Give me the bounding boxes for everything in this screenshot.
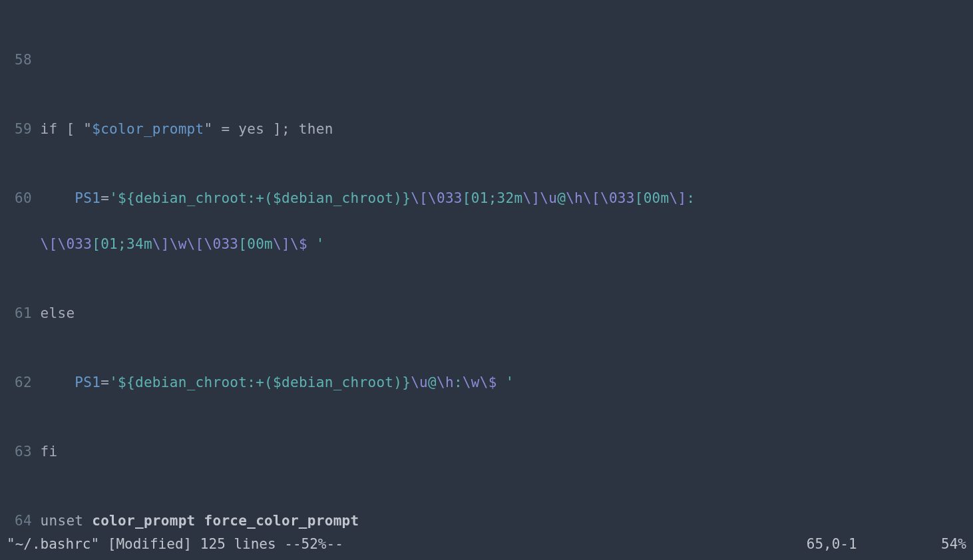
status-cursor-position: 65,0-1 xyxy=(807,533,908,556)
code-content: PS1='${debian_chroot:+($debian_chroot)}\… xyxy=(41,371,966,394)
line-number: 58 xyxy=(7,49,32,72)
code-content: if [ "$color_prompt" = yes ]; then xyxy=(41,118,966,141)
editor-viewport[interactable]: 58 59if [ "$color_prompt" = yes ]; then … xyxy=(7,3,966,560)
code-line[interactable]: 58 xyxy=(7,49,966,72)
code-content: fi xyxy=(41,440,966,464)
status-scroll-percent: 54% xyxy=(908,533,967,556)
vim-status-line: "~/.bashrc" [Modified] 125 lines --52%--… xyxy=(7,533,966,556)
code-line[interactable]: 60 PS1='${debian_chroot:+($debian_chroot… xyxy=(7,187,966,210)
code-line[interactable]: 63fi xyxy=(7,440,966,464)
code-line[interactable]: 64unset color_prompt force_color_prompt xyxy=(7,509,966,533)
line-number: 60 xyxy=(7,187,32,210)
code-line[interactable]: 59if [ "$color_prompt" = yes ]; then xyxy=(7,118,966,141)
code-line[interactable]: 62 PS1='${debian_chroot:+($debian_chroot… xyxy=(7,371,966,394)
code-content: else xyxy=(41,302,966,325)
code-content xyxy=(41,49,966,72)
line-number: 61 xyxy=(7,302,32,325)
line-number: 59 xyxy=(7,118,32,141)
code-line-wrap[interactable]: \[\033[01;34m\]\w\[\033[00m\]\$ ' xyxy=(41,233,966,256)
line-number: 62 xyxy=(7,371,32,394)
status-file-info: "~/.bashrc" [Modified] 125 lines --52%-- xyxy=(7,533,807,556)
code-content: unset color_prompt force_color_prompt xyxy=(41,509,966,533)
line-number: 63 xyxy=(7,440,32,464)
line-number: 64 xyxy=(7,509,32,533)
code-content: PS1='${debian_chroot:+($debian_chroot)}\… xyxy=(41,187,966,210)
code-line[interactable]: 61else xyxy=(7,302,966,325)
